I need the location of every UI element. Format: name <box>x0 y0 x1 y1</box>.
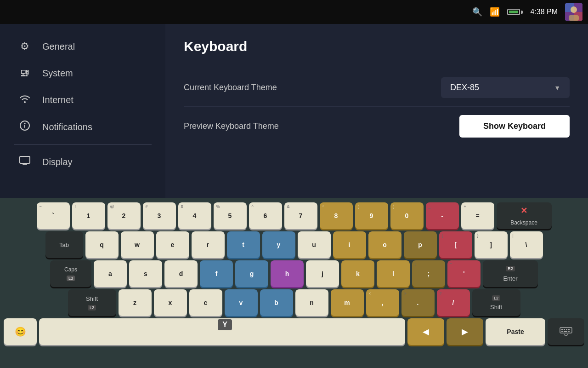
current-theme-row: Current Keyboard Theme DEX-85 ▼ <box>184 69 570 107</box>
backspace-label: Backspace <box>510 219 537 226</box>
sidebar-label-display: Display <box>42 157 73 167</box>
key-f[interactable]: f <box>200 260 233 287</box>
gear-icon: ⚙ <box>18 40 31 52</box>
sidebar-item-notifications[interactable]: Notifications <box>0 113 165 141</box>
key-bracket-close[interactable]: }] <box>475 231 508 258</box>
key-arrow-right[interactable]: ▶ <box>447 318 483 345</box>
sidebar: ⚙ General 🖳 System Internet <box>0 24 165 198</box>
key-7[interactable]: &7 <box>284 202 317 229</box>
key-8[interactable]: *8 <box>320 202 353 229</box>
key-keyboard-toggle[interactable] <box>548 318 584 345</box>
key-tab[interactable]: Tab <box>45 231 83 258</box>
sidebar-label-notifications: Notifications <box>42 122 92 132</box>
key-t[interactable]: t <box>227 231 260 258</box>
key-shift-right[interactable]: L2 Shift <box>472 289 520 316</box>
sidebar-item-internet[interactable]: Internet <box>0 86 165 113</box>
current-theme-label: Current Keyboard Theme <box>184 83 277 92</box>
key-5[interactable]: %5 <box>214 202 247 229</box>
key-y[interactable]: y <box>262 231 295 258</box>
key-w[interactable]: w <box>121 231 154 258</box>
battery-icon <box>507 9 523 15</box>
key-m[interactable]: m <box>331 289 364 316</box>
key-k[interactable]: k <box>341 260 374 287</box>
key-i[interactable]: i <box>333 231 366 258</box>
svg-point-7 <box>24 123 26 124</box>
key-o[interactable]: o <box>368 231 401 258</box>
key-comma[interactable]: <, <box>366 289 399 316</box>
key-emoji[interactable]: 😊 <box>4 318 37 345</box>
key-z[interactable]: z <box>119 289 152 316</box>
key-g[interactable]: g <box>235 260 268 287</box>
key-x[interactable]: x <box>154 289 187 316</box>
svg-rect-6 <box>24 125 25 128</box>
display-icon <box>18 156 31 168</box>
shift-label-left: Shift <box>86 295 98 302</box>
keyboard-area: ~` !1 @2 #3 $4 %5 ^6 &7 *8 (9 )0 _- += ✕… <box>0 198 588 368</box>
preview-theme-label: Preview Keyboard Theme <box>184 121 279 131</box>
show-keyboard-button[interactable]: Show Keyboard <box>459 115 570 138</box>
wifi-icon: 📶 <box>490 7 500 17</box>
key-1[interactable]: !1 <box>72 202 105 229</box>
key-slash[interactable]: ?/ <box>437 289 470 316</box>
key-bracket-open[interactable]: {[ <box>439 231 472 258</box>
content-panel: Keyboard Current Keyboard Theme DEX-85 ▼… <box>165 24 588 198</box>
topbar-time: 4:38 PM <box>530 8 558 16</box>
key-y-button[interactable]: Y <box>39 318 405 345</box>
key-c[interactable]: c <box>189 289 222 316</box>
svg-rect-17 <box>564 331 567 332</box>
key-r[interactable]: r <box>192 231 225 258</box>
keyboard-theme-dropdown[interactable]: DEX-85 ▼ <box>441 77 570 98</box>
sidebar-divider <box>14 144 152 145</box>
key-backslash[interactable]: |\ <box>510 231 543 258</box>
key-q[interactable]: q <box>85 231 119 258</box>
caps-label: Caps <box>64 266 77 273</box>
key-l[interactable]: l <box>377 260 410 287</box>
key-a[interactable]: a <box>94 260 127 287</box>
key-6[interactable]: ^6 <box>249 202 282 229</box>
key-b[interactable]: b <box>260 289 293 316</box>
key-p[interactable]: p <box>404 231 437 258</box>
key-semicolon[interactable]: :; <box>412 260 445 287</box>
keyboard-row-asdf: Caps L3 a s d f g h j k l :; "' R2 Enter <box>4 260 584 287</box>
key-v[interactable]: v <box>225 289 258 316</box>
key-4[interactable]: $4 <box>178 202 211 229</box>
key-period[interactable]: >. <box>401 289 435 316</box>
key-paste[interactable]: Paste <box>486 318 545 345</box>
search-icon[interactable]: 🔍 <box>472 7 482 17</box>
key-e[interactable]: e <box>156 231 189 258</box>
page-title: Keyboard <box>184 39 570 54</box>
shift-label-right: Shift <box>490 304 502 310</box>
l3-badge: L3 <box>67 276 75 281</box>
key-arrow-left[interactable]: ◀ <box>407 318 444 345</box>
key-minus[interactable]: _- <box>426 202 459 229</box>
key-2[interactable]: @2 <box>107 202 141 229</box>
key-quote[interactable]: "' <box>447 260 481 287</box>
key-tilde[interactable]: ~` <box>37 202 70 229</box>
svg-rect-12 <box>561 329 563 330</box>
keyboard-row-bottom: 😊 Y ◀ ▶ Paste <box>4 318 584 345</box>
svg-rect-16 <box>561 331 563 332</box>
l2-badge-right: L2 <box>492 295 500 301</box>
key-d[interactable]: d <box>164 260 198 287</box>
sidebar-item-system[interactable]: 🖳 System <box>0 60 165 86</box>
key-n[interactable]: n <box>295 289 328 316</box>
key-enter[interactable]: R2 Enter <box>483 260 538 287</box>
chevron-down-icon: ▼ <box>554 84 560 92</box>
key-shift-left[interactable]: Shift L2 <box>68 289 116 316</box>
svg-rect-4 <box>569 15 579 21</box>
key-9[interactable]: (9 <box>355 202 388 229</box>
key-3[interactable]: #3 <box>143 202 176 229</box>
key-caps[interactable]: Caps L3 <box>50 260 91 287</box>
avatar[interactable] <box>565 3 582 21</box>
monitor-icon: 🖳 <box>18 67 31 79</box>
key-s[interactable]: s <box>129 260 162 287</box>
key-u[interactable]: u <box>298 231 331 258</box>
sidebar-item-display[interactable]: Display <box>0 149 165 175</box>
key-h[interactable]: h <box>271 260 304 287</box>
key-j[interactable]: j <box>306 260 339 287</box>
key-backspace[interactable]: ✕ Backspace <box>497 202 552 229</box>
key-equals[interactable]: += <box>461 202 494 229</box>
key-0[interactable]: )0 <box>390 202 424 229</box>
sidebar-item-general[interactable]: ⚙ General <box>0 33 165 60</box>
keyboard-row-zxcv: Shift L2 z x c v b n m <, >. ?/ L2 Shift <box>4 289 584 316</box>
